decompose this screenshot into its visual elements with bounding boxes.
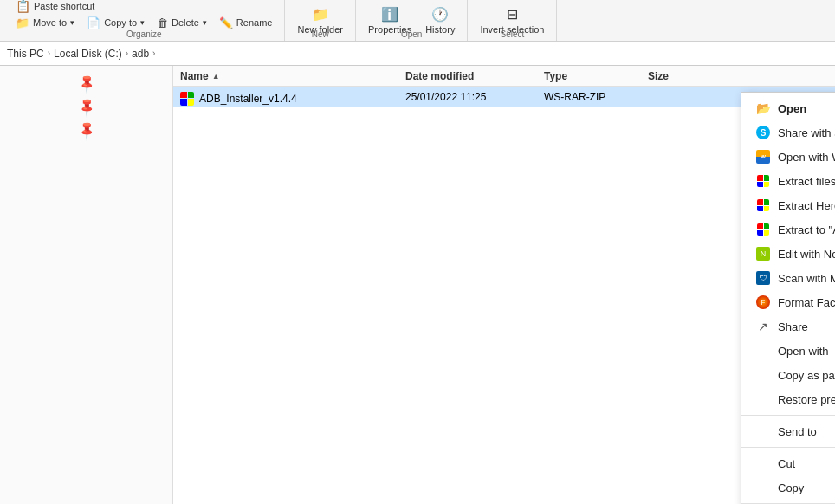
address-bar: This PC › Local Disk (C:) › adb ›	[0, 42, 835, 66]
new-folder-icon: 📁	[312, 6, 329, 23]
ctx-open-with[interactable]: Open with ▶	[741, 339, 835, 363]
open-icon: 📂	[755, 100, 771, 116]
notepad-icon: N	[755, 246, 771, 262]
file-icon: ADB_Installer_v1.4.4	[180, 92, 297, 106]
ctx-edit-notepad[interactable]: N Edit with Notepad++	[741, 242, 835, 266]
breadcrumb-adb[interactable]: adb	[132, 48, 149, 60]
ctx-extract-here[interactable]: Extract Here	[741, 193, 835, 217]
restore-icon	[755, 391, 771, 407]
ctx-sep-2	[741, 447, 835, 448]
copy-path-icon	[755, 367, 771, 383]
paste-shortcut-button[interactable]: 📋 Paste shortcut	[10, 0, 100, 14]
nav-pane: 📌 📌 📌	[0, 66, 173, 504]
defender-icon: 🛡	[755, 270, 771, 286]
ctx-scan-defender[interactable]: 🛡 Scan with Microsoft Defender...	[741, 266, 835, 290]
ribbon-group-new: 📁 New folder New	[285, 0, 356, 41]
winrar-icon: W	[755, 149, 771, 165]
breadcrumb-sep-1: ›	[48, 48, 50, 58]
select-label: Select	[468, 29, 556, 39]
ctx-extract-files[interactable]: Extract files...	[741, 169, 835, 193]
ribbon: 📋 Paste shortcut 📁 Move to ▾ 📄 Copy to ▾…	[0, 0, 835, 42]
ctx-sep-1	[741, 415, 835, 416]
pin-2[interactable]: 📌	[3, 96, 169, 120]
ctx-share[interactable]: ↗ Share	[741, 314, 835, 339]
new-label: New	[285, 29, 355, 39]
ribbon-group-open: ℹ️ Properties 🕐 History Open	[356, 0, 468, 41]
rename-button[interactable]: ✏️ Rename	[214, 15, 278, 30]
ctx-open-winrar[interactable]: W Open with WinRAR	[741, 145, 835, 169]
ctx-restore-versions[interactable]: Restore previous versions	[741, 387, 835, 411]
ctx-send-to[interactable]: Send to ▶	[741, 419, 835, 443]
delete-button[interactable]: 🗑 Delete ▾	[152, 15, 212, 30]
table-row[interactable]: ADB_Installer_v1.4.4 25/01/2022 11:25 WS…	[173, 87, 835, 107]
breadcrumb-local-disk[interactable]: Local Disk (C:)	[54, 48, 122, 60]
history-icon: 🕐	[431, 6, 449, 23]
col-header-date[interactable]: Date modified	[398, 70, 537, 82]
file-header: Name ▲ Date modified Type Size	[173, 66, 835, 87]
copy-button[interactable]: 📄 Copy to ▾	[81, 15, 150, 30]
organize-label: Organize	[3, 29, 284, 39]
ctx-extract-to[interactable]: Extract to "ADB_Installer_v1.4.4\"	[741, 217, 835, 242]
sort-arrow-name: ▲	[212, 72, 220, 81]
context-menu: 📂 Open S Share with Skype W Open with Wi…	[741, 92, 835, 504]
pin-1[interactable]: 📌	[3, 73, 169, 96]
share-icon: ↗	[755, 319, 771, 334]
skype-icon: S	[755, 125, 771, 140]
main-area: 📌 📌 📌 Name ▲ Date modified Type Size	[0, 66, 835, 504]
open-label: Open	[356, 29, 467, 39]
col-header-size[interactable]: Size	[641, 70, 835, 82]
breadcrumb-sep-3: ›	[152, 48, 155, 58]
file-list: Name ▲ Date modified Type Size	[173, 66, 835, 504]
ctx-cut[interactable]: Cut	[741, 451, 835, 475]
move-to-button[interactable]: 📁 Move to ▾	[10, 15, 80, 30]
ribbon-group-organize: 📋 Paste shortcut 📁 Move to ▾ 📄 Copy to ▾…	[3, 0, 285, 41]
breadcrumb-this-pc[interactable]: This PC	[7, 48, 44, 60]
extract-files-icon	[755, 173, 771, 189]
ctx-format-factory[interactable]: F Format Factory ▶	[741, 290, 835, 314]
extract-to-icon	[755, 222, 771, 237]
extract-here-icon	[755, 197, 771, 213]
ctx-copy-path[interactable]: Copy as path	[741, 363, 835, 387]
breadcrumb-sep-2: ›	[126, 48, 128, 58]
open-with-icon	[755, 343, 771, 359]
pin-3[interactable]: 📌	[3, 120, 169, 143]
file-name-cell: ADB_Installer_v1.4.4	[173, 88, 398, 106]
ctx-copy[interactable]: Copy	[741, 475, 835, 500]
cut-icon	[755, 456, 771, 471]
col-header-name[interactable]: Name ▲	[173, 70, 398, 82]
invert-icon: ⊟	[507, 6, 518, 23]
col-header-type[interactable]: Type	[537, 70, 641, 82]
zip-icon	[180, 92, 194, 106]
send-to-icon	[755, 423, 771, 439]
ctx-share-skype[interactable]: S Share with Skype	[741, 120, 835, 145]
ctx-open[interactable]: 📂 Open	[741, 96, 835, 120]
ff-icon: F	[755, 294, 771, 310]
properties-icon: ℹ️	[381, 6, 398, 23]
copy-icon	[755, 480, 771, 495]
file-type-cell: WS-RAR-ZIP	[537, 91, 641, 103]
file-date-cell: 25/01/2022 11:25	[398, 91, 537, 103]
ribbon-group-select: ⊟ Invert selection Select	[468, 0, 557, 41]
